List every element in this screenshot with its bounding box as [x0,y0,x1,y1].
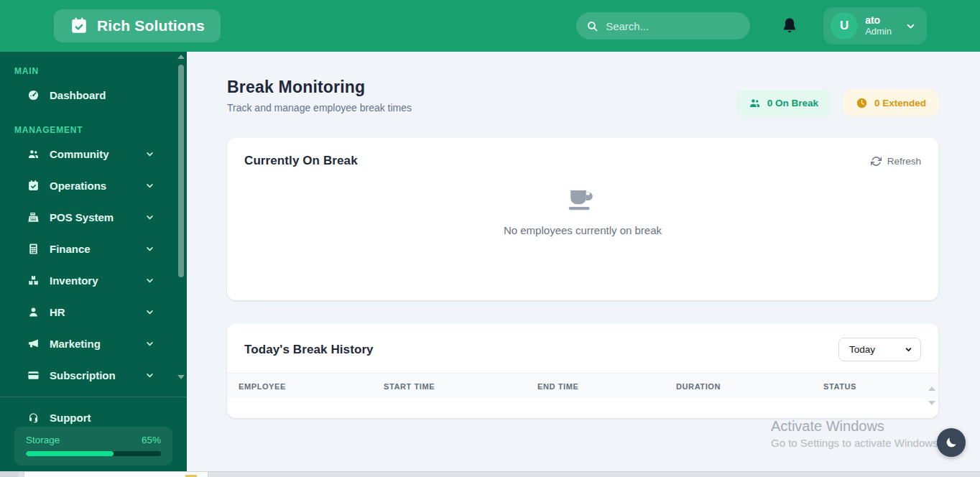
activate-windows-watermark: Activate Windows Go to Settings to activ… [771,418,938,449]
on-break-badge: 0 On Break [736,90,831,116]
search-input[interactable] [606,20,740,32]
chevron-down-icon [144,244,155,254]
sidebar-item-label: Finance [50,243,91,255]
brand-logo[interactable]: Rich Solutions [54,9,221,42]
break-monitoring-app: Rich Solutions U ato Admin [0,0,980,477]
clock-icon [856,97,868,109]
page-title: Break Monitoring [227,78,412,97]
chevron-down-icon [904,345,913,354]
coffee-cup-icon [566,187,599,216]
scrollbar-thumb[interactable] [178,65,184,277]
column-header-start-time: START TIME [384,382,537,391]
storage-widget: Storage 65% [14,427,172,466]
moon-icon [945,436,958,449]
chevron-down-icon [144,149,155,159]
chevron-down-icon [144,180,155,191]
page-header: Break Monitoring Track and manage employ… [227,78,412,114]
sidebar-item-label: Subscription [50,369,116,381]
storage-percent: 65% [142,435,161,445]
sidebar-item-subscription[interactable]: Subscription [0,359,187,391]
sidebar-item-dashboard[interactable]: Dashboard [0,79,187,111]
user-avatar: U [831,12,858,40]
scroll-up-arrow-icon[interactable] [928,386,935,391]
storage-progress-fill [26,451,114,456]
main-content: Break Monitoring Track and manage employ… [187,52,980,471]
sidebar-item-inventory[interactable]: Inventory [0,264,187,296]
storage-progress-track [26,451,161,456]
watermark-line2: Go to Settings to activate Windows [771,437,938,449]
sidebar-divider [0,397,187,397]
table-scrollbar[interactable] [928,386,936,412]
scroll-left-button[interactable] [0,472,19,477]
sidebar-item-label: POS System [50,211,114,223]
calendar-check-icon [70,17,88,35]
sidebar-item-label: Community [50,148,109,160]
column-header-duration: DURATION [676,382,823,391]
column-header-end-time: END TIME [537,382,676,391]
search-box[interactable] [576,12,750,40]
dark-mode-toggle-button[interactable] [937,428,966,457]
scroll-up-arrow-icon[interactable] [177,55,185,59]
sidebar-item-finance[interactable]: Finance [0,233,187,264]
user-menu[interactable]: U ato Admin [823,7,927,45]
sidebar-item-marketing[interactable]: Marketing [0,328,187,359]
watermark-line1: Activate Windows [771,418,938,435]
boxes-icon [27,274,40,287]
brand-title: Rich Solutions [97,17,205,34]
user-role: Admin [865,27,892,37]
column-header-employee: EMPLOYEE [239,382,384,391]
extended-badge-label: 0 Extended [874,98,926,108]
sidebar-item-label: HR [50,306,65,318]
calendar-check-icon [27,180,40,192]
sidebar-item-hr[interactable]: HR [0,296,187,328]
credit-card-icon [27,369,40,381]
refresh-button[interactable]: Refresh [871,156,921,167]
calculator-icon [27,243,40,255]
person-icon [27,306,40,318]
chevron-down-icon [905,20,917,32]
scroll-down-arrow-icon[interactable] [177,375,185,379]
empty-state-text: No employees currently on break [227,224,938,236]
sidebar-item-community[interactable]: Community [0,138,187,170]
refresh-icon [871,156,882,167]
history-table-header: EMPLOYEE START TIME END TIME DURATION ST… [227,373,938,399]
history-range-value: Today [849,344,875,355]
sidebar-item-operations[interactable]: Operations [0,170,187,201]
card-title: Currently On Break [244,154,358,168]
history-range-select[interactable]: Today [838,338,921,361]
sidebar-item-pos-system[interactable]: POS System [0,201,187,233]
sidebar-item-label: Support [50,412,91,424]
column-header-status: STATUS [823,382,927,391]
on-break-badge-label: 0 On Break [767,98,818,108]
storage-label: Storage [26,435,60,445]
card-title: Today's Break History [244,343,374,357]
cash-register-icon [27,211,40,223]
empty-state: No employees currently on break [227,187,938,236]
chevron-down-icon [144,338,155,349]
sidebar-section-management: MANAGEMENT [0,111,187,138]
top-navbar: Rich Solutions U ato Admin [0,0,980,52]
megaphone-icon [27,338,40,350]
chevron-down-icon [144,212,155,223]
user-name: ato [865,14,892,26]
sidebar-item-label: Marketing [50,338,101,350]
chevron-down-icon [144,370,155,381]
refresh-label: Refresh [887,156,921,167]
search-icon [586,20,598,32]
users-icon [27,148,40,160]
sidebar-section-main: MAIN [0,52,187,79]
scroll-down-arrow-icon[interactable] [928,401,935,405]
horizontal-scrollbar[interactable] [0,471,980,477]
extended-badge: 0 Extended [843,90,938,116]
headset-icon [27,412,40,424]
sidebar-item-label: Operations [50,180,106,192]
notifications-bell-icon[interactable] [780,17,799,35]
sidebar-nav: MAIN Dashboard MANAGEMENT Community Oper… [0,52,187,471]
page-subtitle: Track and manage employee break times [227,102,412,114]
sidebar-item-label: Inventory [50,274,98,287]
users-icon [749,97,761,109]
break-history-card: Today's Break History Today EMPLOYEE STA… [227,323,938,418]
sidebar-scrollbar[interactable] [177,55,185,379]
horizontal-scrollbar-thumb[interactable] [24,472,208,477]
dashboard-gauge-icon [27,89,40,101]
